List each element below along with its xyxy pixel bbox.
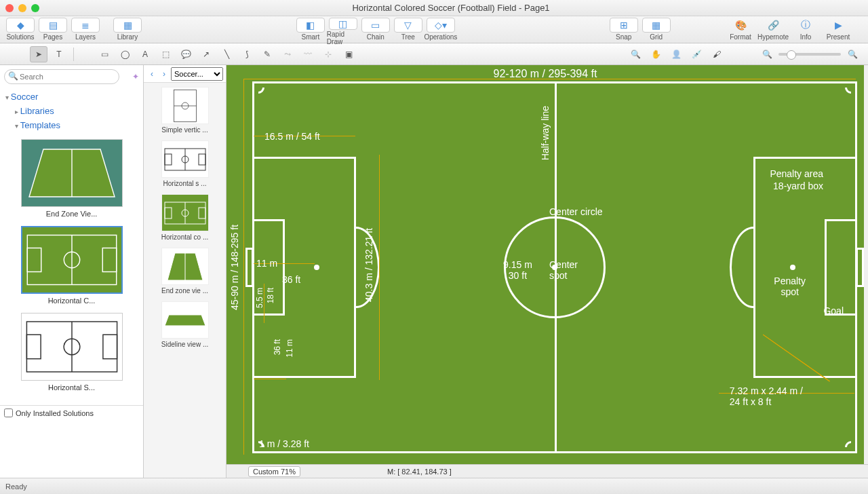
only-installed-label: Only Installed Solutions [16, 409, 94, 417]
template-label: Horizontal C... [5, 297, 138, 305]
pages-button[interactable]: ▤Pages [37, 18, 69, 42]
wand-icon[interactable]: ✦ [132, 72, 139, 81]
image-tool[interactable]: ▣ [340, 46, 357, 62]
zoom-dropdown[interactable]: Custom 71% [248, 466, 300, 477]
close-window-button[interactable] [5, 4, 14, 12]
window-titlebar: Horizontal Colored Soccer (Football) Fie… [0, 0, 868, 16]
templates-grid: End Zone Vie... Horizontal C... Horizont… [0, 134, 143, 405]
soccer-field[interactable]: 92-120 m / 295-394 ft [226, 65, 864, 470]
window-title: Horizontal Colored Soccer (Football) Fie… [39, 3, 863, 13]
present-label: Present [827, 33, 850, 41]
penalty-area-label2: 18-yard box [773, 180, 823, 191]
penalty-width-label: 16.5 m / 54 ft [264, 131, 320, 142]
category-soccer[interactable]: Soccer [5, 90, 138, 104]
mouse-coords: M: [ 82.41, 184.73 ] [387, 468, 452, 476]
rect-tool[interactable]: ▭ [96, 46, 113, 62]
shape-label: Sideline view ... [146, 341, 223, 348]
dim-line [254, 379, 286, 379]
library-button[interactable]: ▦Library [111, 18, 144, 42]
format-button[interactable]: 🎨Format [724, 18, 757, 42]
text-shape-tool[interactable]: A [136, 46, 154, 62]
zoom-tool[interactable]: 🔍 [627, 46, 644, 62]
canvas-area[interactable]: 92-120 m / 295-394 ft [226, 65, 868, 478]
only-installed-checkbox[interactable] [4, 408, 13, 417]
line-tool[interactable]: ╲ [218, 46, 235, 62]
goalbox-w1-label: 36 ft [273, 339, 282, 355]
svg-rect-19 [199, 154, 205, 165]
grid-button[interactable]: ▦Grid [640, 18, 673, 42]
smart-label: Smart [301, 33, 319, 41]
svg-rect-11 [102, 335, 117, 359]
smart-button[interactable]: ◧Smart [294, 18, 327, 42]
connector-tool[interactable]: ⤳ [279, 46, 296, 62]
nav-back-icon[interactable]: ‹ [146, 69, 157, 79]
shape-item[interactable]: End zone vie ... [146, 248, 223, 294]
template-item[interactable]: Horizontal C... [5, 226, 138, 305]
halfway-label: Half-way line [540, 106, 551, 160]
arrow-tool[interactable]: ↗ [197, 46, 215, 62]
center-spot-label: Center spot [549, 259, 578, 281]
svg-rect-18 [165, 154, 172, 165]
tree-templates[interactable]: Templates [5, 118, 138, 132]
callout-tool[interactable]: 💬 [177, 46, 195, 62]
template-item[interactable]: Horizontal S... [5, 313, 138, 392]
curve-tool[interactable]: ⟆ [238, 46, 256, 62]
goal-box-right [825, 219, 855, 316]
template-label: End Zone Vie... [5, 210, 138, 218]
minimize-window-button[interactable] [18, 4, 26, 12]
nav-fwd-icon[interactable]: › [159, 69, 170, 79]
shape-item[interactable]: Sideline view ... [146, 301, 223, 348]
zoom-in-icon[interactable]: 🔍 [844, 46, 861, 62]
template-item[interactable]: End Zone Vie... [5, 139, 138, 218]
svg-marker-27 [165, 315, 205, 326]
main-toolbar: ◆Solutions ▤Pages ≣Layers ▦Library ◧Smar… [0, 16, 868, 43]
goalbox-h2-label: 18 ft [266, 288, 275, 303]
stamp-tool[interactable]: 👤 [667, 46, 685, 62]
operations-button[interactable]: ◇▾Operations [425, 18, 457, 42]
chain-button[interactable]: ▭Chain [359, 18, 392, 42]
status-bar: Ready [0, 478, 868, 494]
attach-tool[interactable]: ⊹ [319, 46, 337, 62]
zoom-slider[interactable] [778, 53, 841, 56]
shape-item[interactable]: Simple vertic ... [146, 87, 223, 134]
shapes-panel: ‹ › Soccer... Simple vertic ... Horizont… [144, 65, 226, 478]
tree-label: Tree [401, 33, 415, 41]
ellipse-tool[interactable]: ◯ [116, 46, 134, 62]
hypernote-label: Hypernote [757, 33, 789, 41]
text-tool[interactable]: T [50, 46, 68, 62]
shape-category-select[interactable]: Soccer... [171, 67, 223, 81]
pan-tool[interactable]: ✋ [647, 46, 665, 62]
highlighter-tool[interactable]: ✎ [258, 46, 276, 62]
tree-button[interactable]: ▽Tree [392, 18, 425, 42]
rapid-draw-button[interactable]: ◫Rapid Draw [327, 18, 359, 42]
canvas-footer: Custom 71% M: [ 82.41, 184.73 ] [226, 464, 868, 478]
penalty-spot-left [314, 265, 319, 270]
snap-button[interactable]: ⊞Snap [608, 18, 640, 42]
present-button[interactable]: ▶Present [822, 18, 854, 42]
zoom-out-icon[interactable]: 🔍 [758, 46, 776, 62]
pointer-tool[interactable]: ➤ [30, 46, 47, 62]
layers-button[interactable]: ≣Layers [69, 18, 102, 42]
pen-arc-width-label: 40.3 m / 132.21 ft [363, 228, 374, 302]
zoom-window-button[interactable] [31, 4, 39, 12]
search-input[interactable] [4, 69, 119, 84]
center-radius-label: 9.15 m 30 ft [503, 259, 532, 281]
svg-rect-23 [165, 208, 172, 218]
bezier-tool[interactable]: 〰 [299, 46, 317, 62]
eyedropper-tool[interactable]: 💉 [688, 46, 705, 62]
goalbox-h1-label: 5.5 m [255, 288, 264, 308]
svg-rect-6 [102, 248, 116, 271]
hypernote-button[interactable]: 🔗Hypernote [757, 18, 789, 42]
tree-libraries[interactable]: Libraries [5, 104, 138, 118]
traffic-lights [5, 4, 39, 12]
penalty-spot-label: Penalty spot [774, 276, 806, 297]
goal-left [245, 248, 254, 287]
info-button[interactable]: ⓘInfo [789, 18, 822, 42]
textbox-tool[interactable]: ⬚ [157, 46, 174, 62]
solutions-button[interactable]: ◆Solutions [4, 18, 37, 42]
shape-item[interactable]: Horizontal s ... [146, 140, 223, 187]
dim-line [243, 79, 244, 455]
eraser-tool[interactable]: 🖌 [708, 46, 726, 62]
shape-item[interactable]: Horizontal co ... [146, 194, 223, 241]
workspace: ✦ Soccer Libraries Templates End Zone Vi… [0, 65, 868, 478]
